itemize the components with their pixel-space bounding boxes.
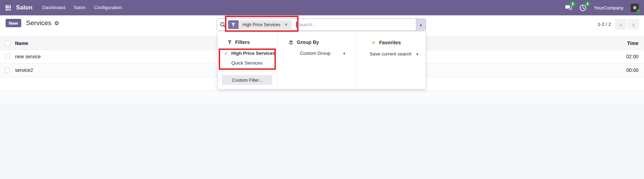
main-menu: Dashboard Salon Configuration bbox=[38, 0, 126, 15]
search-options-toggle[interactable]: ▲ bbox=[416, 19, 426, 30]
pager-range: 1-2 / 2 bbox=[598, 22, 611, 27]
company-name[interactable]: YourCompany bbox=[594, 5, 623, 10]
favorites-header: ★ Favorites bbox=[357, 39, 426, 46]
empty-row bbox=[0, 91, 644, 104]
menu-item-salon[interactable]: Salon bbox=[69, 0, 90, 15]
pager-next-button[interactable]: › bbox=[628, 19, 639, 30]
pager: 1-2 / 2 ‹ › bbox=[598, 19, 639, 30]
messages-count-badge: 6 bbox=[570, 1, 575, 7]
app-name[interactable]: Salon bbox=[16, 4, 32, 11]
text-cursor bbox=[296, 22, 297, 28]
save-current-search-button[interactable]: Save current search ▾ bbox=[357, 49, 426, 59]
filter-funnel-icon bbox=[228, 20, 239, 29]
select-all-checkbox[interactable] bbox=[5, 40, 10, 46]
apps-menu-button[interactable] bbox=[0, 0, 16, 15]
filter-item-quick-services[interactable]: Quick Services bbox=[218, 58, 278, 68]
menu-item-dashboard[interactable]: Dashboard bbox=[38, 0, 69, 15]
filter-item-high-price-services[interactable]: ✓ High Price Services bbox=[218, 49, 278, 58]
filters-column: Filters ✓ High Price Services Quick Serv… bbox=[218, 32, 278, 89]
caret-down-icon: ▾ bbox=[417, 52, 419, 56]
custom-group-selector[interactable]: Custom Group ▾ bbox=[278, 49, 356, 58]
search-options-dropdown: Filters ✓ High Price Services Quick Serv… bbox=[217, 31, 426, 89]
page-title: Services bbox=[26, 19, 52, 27]
caret-down-icon: ▾ bbox=[343, 49, 345, 58]
activities-button[interactable]: 4 bbox=[579, 4, 587, 12]
pager-buttons: ‹ › bbox=[615, 19, 639, 30]
group-by-header: Group By bbox=[278, 39, 356, 45]
filters-header: Filters bbox=[218, 39, 278, 45]
check-icon: ✓ bbox=[224, 49, 228, 58]
navbar-systray: 6 4 YourCompany bbox=[565, 3, 644, 12]
facet-close-icon[interactable]: ✕ bbox=[285, 22, 288, 27]
facet-label: High Price Services bbox=[242, 22, 280, 27]
search-input[interactable]: Search... bbox=[297, 22, 316, 27]
custom-filter-button[interactable]: Custom Filter... bbox=[222, 75, 272, 85]
group-by-column: Group By Custom Group ▾ bbox=[278, 32, 357, 89]
top-navbar: Salon Dashboard Salon Configuration 6 4 bbox=[0, 0, 644, 15]
star-icon: ★ bbox=[371, 39, 376, 46]
filter-funnel-icon bbox=[227, 40, 232, 45]
row-time: 00:00 bbox=[567, 67, 644, 73]
messages-button[interactable]: 6 bbox=[565, 4, 572, 12]
new-button[interactable]: New bbox=[6, 19, 21, 27]
activities-count-badge: 4 bbox=[585, 1, 590, 7]
search-icon bbox=[220, 22, 226, 28]
control-panel-left: New Services ⚙ bbox=[6, 19, 59, 27]
chevron-right-icon: › bbox=[632, 20, 635, 28]
pager-previous-button[interactable]: ‹ bbox=[615, 19, 627, 30]
search-facet[interactable]: High Price Services ✕ bbox=[228, 20, 292, 29]
online-status-dot bbox=[636, 9, 641, 14]
column-header-time[interactable]: Time bbox=[567, 40, 644, 46]
gear-icon[interactable]: ⚙ bbox=[54, 20, 59, 27]
row-time: 02:00 bbox=[567, 54, 644, 59]
filters-separator bbox=[222, 72, 272, 72]
menu-item-configuration[interactable]: Configuration bbox=[90, 0, 126, 15]
layers-icon bbox=[288, 40, 294, 45]
user-avatar[interactable] bbox=[630, 3, 639, 12]
favorites-column: ★ Favorites Save current search ▾ bbox=[357, 32, 426, 89]
row-checkbox[interactable] bbox=[5, 68, 10, 73]
chevron-left-icon: ‹ bbox=[620, 20, 622, 28]
apps-grid-icon bbox=[6, 5, 11, 10]
row-checkbox[interactable] bbox=[5, 54, 10, 59]
caret-up-icon: ▲ bbox=[419, 23, 422, 27]
search-bar[interactable]: High Price Services ✕ Search... ▲ bbox=[217, 18, 426, 31]
